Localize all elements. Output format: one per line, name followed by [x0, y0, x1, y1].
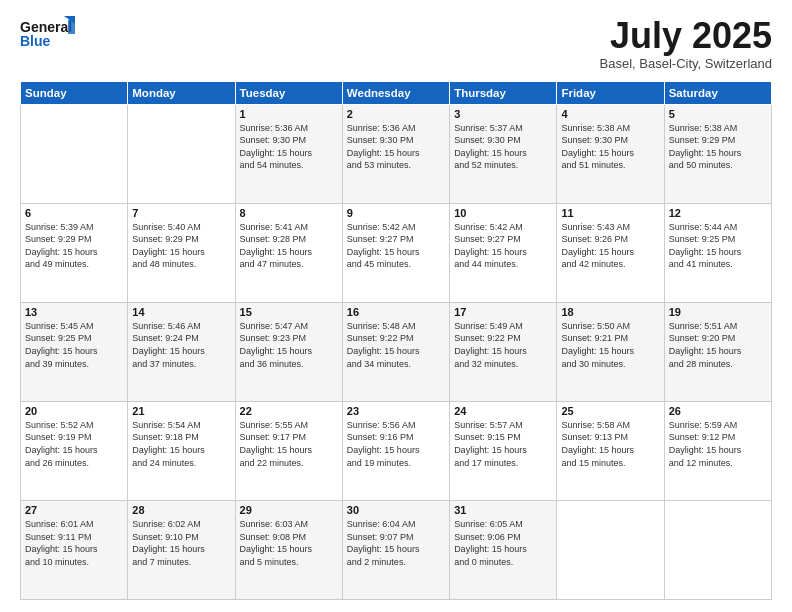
day-number: 8: [240, 207, 338, 219]
day-cell: [557, 500, 664, 599]
day-number: 9: [347, 207, 445, 219]
week-row-3: 13Sunrise: 5:45 AM Sunset: 9:25 PM Dayli…: [21, 302, 772, 401]
day-info: Sunrise: 6:04 AM Sunset: 9:07 PM Dayligh…: [347, 518, 445, 568]
day-number: 13: [25, 306, 123, 318]
day-number: 14: [132, 306, 230, 318]
day-info: Sunrise: 5:36 AM Sunset: 9:30 PM Dayligh…: [347, 122, 445, 172]
day-info: Sunrise: 5:45 AM Sunset: 9:25 PM Dayligh…: [25, 320, 123, 370]
day-number: 16: [347, 306, 445, 318]
day-cell: 18Sunrise: 5:50 AM Sunset: 9:21 PM Dayli…: [557, 302, 664, 401]
day-number: 26: [669, 405, 767, 417]
day-info: Sunrise: 5:39 AM Sunset: 9:29 PM Dayligh…: [25, 221, 123, 271]
day-cell: 6Sunrise: 5:39 AM Sunset: 9:29 PM Daylig…: [21, 203, 128, 302]
day-info: Sunrise: 6:03 AM Sunset: 9:08 PM Dayligh…: [240, 518, 338, 568]
day-number: 3: [454, 108, 552, 120]
day-cell: 23Sunrise: 5:56 AM Sunset: 9:16 PM Dayli…: [342, 401, 449, 500]
day-cell: 9Sunrise: 5:42 AM Sunset: 9:27 PM Daylig…: [342, 203, 449, 302]
day-info: Sunrise: 5:51 AM Sunset: 9:20 PM Dayligh…: [669, 320, 767, 370]
day-cell: 3Sunrise: 5:37 AM Sunset: 9:30 PM Daylig…: [450, 104, 557, 203]
header: General Blue July 2025 Basel, Basel-City…: [20, 16, 772, 71]
day-cell: 10Sunrise: 5:42 AM Sunset: 9:27 PM Dayli…: [450, 203, 557, 302]
day-number: 21: [132, 405, 230, 417]
header-cell-wednesday: Wednesday: [342, 81, 449, 104]
header-row: SundayMondayTuesdayWednesdayThursdayFrid…: [21, 81, 772, 104]
day-number: 29: [240, 504, 338, 516]
day-info: Sunrise: 5:37 AM Sunset: 9:30 PM Dayligh…: [454, 122, 552, 172]
day-cell: 15Sunrise: 5:47 AM Sunset: 9:23 PM Dayli…: [235, 302, 342, 401]
day-number: 2: [347, 108, 445, 120]
day-cell: 17Sunrise: 5:49 AM Sunset: 9:22 PM Dayli…: [450, 302, 557, 401]
day-number: 1: [240, 108, 338, 120]
svg-text:Blue: Blue: [20, 33, 51, 49]
day-number: 25: [561, 405, 659, 417]
day-info: Sunrise: 5:41 AM Sunset: 9:28 PM Dayligh…: [240, 221, 338, 271]
day-cell: 5Sunrise: 5:38 AM Sunset: 9:29 PM Daylig…: [664, 104, 771, 203]
day-info: Sunrise: 5:52 AM Sunset: 9:19 PM Dayligh…: [25, 419, 123, 469]
day-cell: 4Sunrise: 5:38 AM Sunset: 9:30 PM Daylig…: [557, 104, 664, 203]
day-info: Sunrise: 5:57 AM Sunset: 9:15 PM Dayligh…: [454, 419, 552, 469]
day-number: 7: [132, 207, 230, 219]
day-info: Sunrise: 5:43 AM Sunset: 9:26 PM Dayligh…: [561, 221, 659, 271]
day-cell: [21, 104, 128, 203]
day-info: Sunrise: 5:59 AM Sunset: 9:12 PM Dayligh…: [669, 419, 767, 469]
day-number: 12: [669, 207, 767, 219]
header-cell-saturday: Saturday: [664, 81, 771, 104]
day-info: Sunrise: 5:50 AM Sunset: 9:21 PM Dayligh…: [561, 320, 659, 370]
day-cell: 20Sunrise: 5:52 AM Sunset: 9:19 PM Dayli…: [21, 401, 128, 500]
day-info: Sunrise: 5:36 AM Sunset: 9:30 PM Dayligh…: [240, 122, 338, 172]
logo: General Blue: [20, 16, 75, 52]
day-number: 19: [669, 306, 767, 318]
day-info: Sunrise: 5:55 AM Sunset: 9:17 PM Dayligh…: [240, 419, 338, 469]
day-cell: 31Sunrise: 6:05 AM Sunset: 9:06 PM Dayli…: [450, 500, 557, 599]
day-number: 5: [669, 108, 767, 120]
day-cell: 8Sunrise: 5:41 AM Sunset: 9:28 PM Daylig…: [235, 203, 342, 302]
calendar-table: SundayMondayTuesdayWednesdayThursdayFrid…: [20, 81, 772, 600]
header-cell-tuesday: Tuesday: [235, 81, 342, 104]
day-number: 30: [347, 504, 445, 516]
title-block: July 2025 Basel, Basel-City, Switzerland: [600, 16, 772, 71]
day-number: 23: [347, 405, 445, 417]
day-cell: 13Sunrise: 5:45 AM Sunset: 9:25 PM Dayli…: [21, 302, 128, 401]
day-number: 17: [454, 306, 552, 318]
day-cell: 19Sunrise: 5:51 AM Sunset: 9:20 PM Dayli…: [664, 302, 771, 401]
week-row-1: 1Sunrise: 5:36 AM Sunset: 9:30 PM Daylig…: [21, 104, 772, 203]
day-info: Sunrise: 5:56 AM Sunset: 9:16 PM Dayligh…: [347, 419, 445, 469]
day-number: 15: [240, 306, 338, 318]
header-cell-thursday: Thursday: [450, 81, 557, 104]
day-cell: 29Sunrise: 6:03 AM Sunset: 9:08 PM Dayli…: [235, 500, 342, 599]
day-number: 10: [454, 207, 552, 219]
day-info: Sunrise: 6:05 AM Sunset: 9:06 PM Dayligh…: [454, 518, 552, 568]
day-info: Sunrise: 5:48 AM Sunset: 9:22 PM Dayligh…: [347, 320, 445, 370]
day-cell: 22Sunrise: 5:55 AM Sunset: 9:17 PM Dayli…: [235, 401, 342, 500]
day-cell: 16Sunrise: 5:48 AM Sunset: 9:22 PM Dayli…: [342, 302, 449, 401]
day-cell: 28Sunrise: 6:02 AM Sunset: 9:10 PM Dayli…: [128, 500, 235, 599]
week-row-5: 27Sunrise: 6:01 AM Sunset: 9:11 PM Dayli…: [21, 500, 772, 599]
day-cell: 12Sunrise: 5:44 AM Sunset: 9:25 PM Dayli…: [664, 203, 771, 302]
location: Basel, Basel-City, Switzerland: [600, 56, 772, 71]
day-cell: [664, 500, 771, 599]
day-info: Sunrise: 5:42 AM Sunset: 9:27 PM Dayligh…: [454, 221, 552, 271]
month-title: July 2025: [600, 16, 772, 56]
day-number: 18: [561, 306, 659, 318]
day-info: Sunrise: 5:42 AM Sunset: 9:27 PM Dayligh…: [347, 221, 445, 271]
day-info: Sunrise: 5:54 AM Sunset: 9:18 PM Dayligh…: [132, 419, 230, 469]
week-row-4: 20Sunrise: 5:52 AM Sunset: 9:19 PM Dayli…: [21, 401, 772, 500]
day-info: Sunrise: 5:44 AM Sunset: 9:25 PM Dayligh…: [669, 221, 767, 271]
day-info: Sunrise: 5:38 AM Sunset: 9:29 PM Dayligh…: [669, 122, 767, 172]
day-number: 31: [454, 504, 552, 516]
day-cell: [128, 104, 235, 203]
day-info: Sunrise: 6:02 AM Sunset: 9:10 PM Dayligh…: [132, 518, 230, 568]
header-cell-monday: Monday: [128, 81, 235, 104]
day-number: 4: [561, 108, 659, 120]
day-number: 24: [454, 405, 552, 417]
day-cell: 11Sunrise: 5:43 AM Sunset: 9:26 PM Dayli…: [557, 203, 664, 302]
day-cell: 14Sunrise: 5:46 AM Sunset: 9:24 PM Dayli…: [128, 302, 235, 401]
day-info: Sunrise: 5:40 AM Sunset: 9:29 PM Dayligh…: [132, 221, 230, 271]
day-cell: 24Sunrise: 5:57 AM Sunset: 9:15 PM Dayli…: [450, 401, 557, 500]
day-cell: 1Sunrise: 5:36 AM Sunset: 9:30 PM Daylig…: [235, 104, 342, 203]
header-cell-friday: Friday: [557, 81, 664, 104]
logo-svg: General Blue: [20, 16, 75, 52]
day-number: 20: [25, 405, 123, 417]
header-cell-sunday: Sunday: [21, 81, 128, 104]
day-info: Sunrise: 5:46 AM Sunset: 9:24 PM Dayligh…: [132, 320, 230, 370]
